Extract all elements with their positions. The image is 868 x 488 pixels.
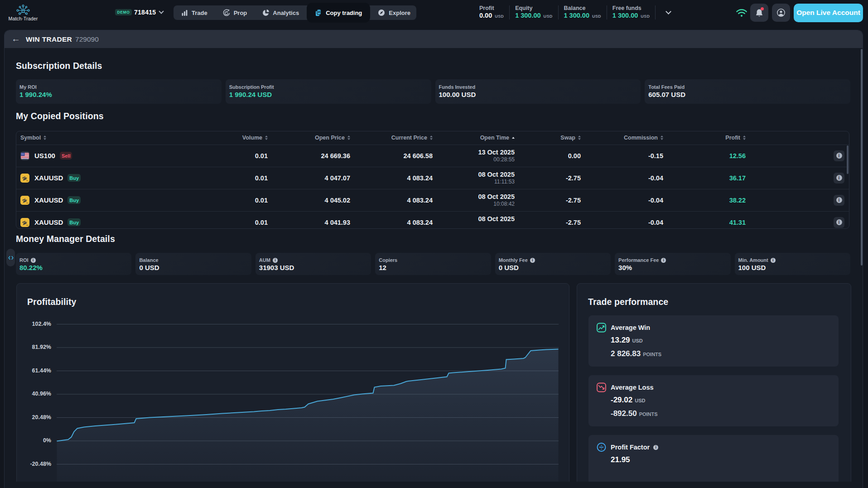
svg-text:au: au	[26, 224, 28, 226]
svg-text:au: au	[26, 202, 28, 203]
svg-text:au: au	[26, 179, 28, 181]
